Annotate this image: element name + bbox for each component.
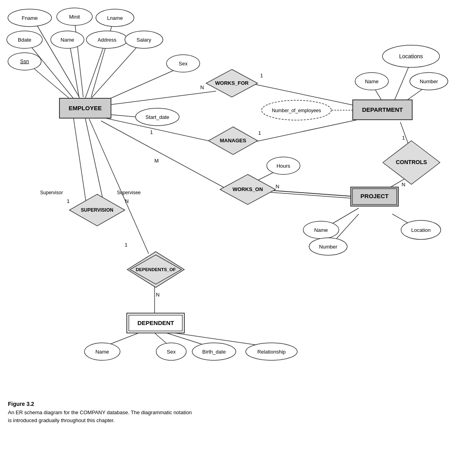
dependents-of-label: DEPENDENTS_OF: [136, 267, 176, 272]
proj-name-attr: Name: [314, 227, 328, 233]
num-employees-attr: Number_of_employees: [272, 108, 321, 113]
works-for-n: N: [200, 84, 204, 90]
dependent-label: DEPENDENT: [138, 319, 174, 326]
figure-title: Figure 3.2: [8, 401, 468, 407]
relationship-attr: Relationship: [257, 349, 286, 355]
supervision-n: N: [125, 198, 128, 204]
svg-line-1: [75, 20, 83, 97]
bdate-attr: Bdate: [18, 37, 31, 43]
figure-caption: Figure 3.2 An ER schema diagram for the …: [8, 397, 468, 428]
manages-label: MANAGES: [220, 138, 247, 143]
birth-date-attr: Birth_date: [202, 349, 226, 355]
svg-line-29: [89, 119, 149, 254]
controls-label: CONTROLS: [396, 159, 427, 165]
dependents-of-n: N: [156, 292, 159, 298]
works-on-m: M: [155, 158, 159, 164]
proj-number-attr: Number: [319, 244, 338, 250]
fname-attr: Fname: [22, 15, 38, 21]
employee-label: EMPLOYEE: [69, 105, 101, 111]
minit-attr: Minit: [69, 14, 80, 20]
dep-sex-attr: Sex: [167, 349, 176, 355]
address-attr: Address: [97, 37, 117, 43]
manages-1-emp: 1: [150, 129, 153, 135]
works-for-label: WORKS_FOR: [215, 80, 249, 86]
department-label: DEPARTMENT: [362, 106, 403, 113]
hours-attr: Hours: [277, 163, 291, 169]
dependents-of-1: 1: [124, 242, 127, 248]
controls-1: 1: [402, 135, 405, 141]
controls-n: N: [401, 182, 405, 187]
caption-line2: is introduced gradually throughout this …: [8, 417, 468, 425]
er-diagram-svg: EMPLOYEE DEPARTMENT PROJECT DEPENDENT WO…: [0, 0, 476, 428]
svg-line-27: [73, 117, 87, 210]
works-on-label: WORKS_ON: [233, 186, 263, 192]
supervisor-label: Supervisor: [40, 190, 63, 195]
location-attr: Location: [411, 227, 430, 233]
supervision-label: SUPERVISION: [81, 207, 113, 213]
start-date-attr: Start_date: [145, 114, 169, 120]
caption-line1: An ER schema diagram for the COMPANY dat…: [8, 409, 468, 417]
supervision-1: 1: [67, 198, 69, 204]
manages-1-dept: 1: [258, 130, 261, 136]
svg-line-8: [107, 67, 182, 100]
works-on-n: N: [275, 184, 279, 189]
name-emp-attr: Name: [61, 37, 75, 43]
dept-name-attr: Name: [365, 78, 379, 84]
dept-number-attr: Number: [420, 78, 438, 84]
svg-line-9: [107, 91, 216, 105]
er-diagram-container: EMPLOYEE DEPARTMENT PROJECT DEPENDENT WO…: [0, 0, 476, 428]
lname-attr: Lname: [107, 15, 123, 21]
supervisee-label: Supervisee: [117, 190, 141, 195]
svg-line-3: [27, 42, 73, 98]
salary-attr: Salary: [137, 37, 151, 43]
project-label: PROJECT: [361, 193, 389, 199]
svg-line-16: [250, 117, 371, 143]
ssn-attr: Ssn: [20, 58, 29, 64]
svg-line-11: [392, 61, 411, 105]
works-for-1: 1: [260, 73, 263, 78]
dep-name-attr: Name: [96, 349, 109, 355]
sex-emp-attr: Sex: [179, 61, 188, 67]
locations-attr: Locations: [399, 53, 423, 59]
svg-line-5: [85, 43, 105, 98]
